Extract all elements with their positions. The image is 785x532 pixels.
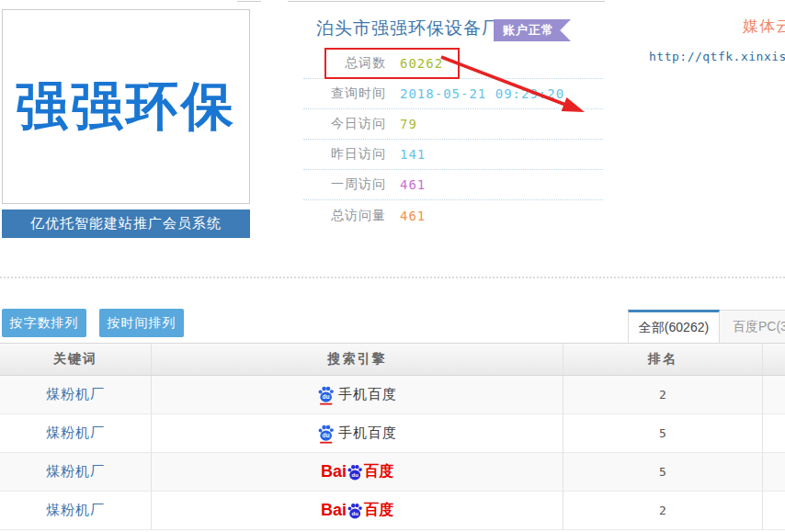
extra-cell <box>763 453 785 491</box>
company-logo: 强强环保 <box>2 9 250 204</box>
svg-text:du: du <box>323 393 330 400</box>
rank-cell: 2 <box>563 376 763 413</box>
extra-cell <box>763 414 785 452</box>
keyword-cell: 煤粉机厂 <box>0 376 152 413</box>
stat-label: 一周访问 <box>303 176 386 193</box>
stat-value: 461 <box>400 209 426 223</box>
baidu-pc-icon: du <box>347 502 363 520</box>
keyword-cell: 煤粉机厂 <box>0 453 152 491</box>
engine-cell: Bai du 百度 <box>152 492 563 529</box>
header-keyword: 关键词 <box>0 344 152 375</box>
table-row[interactable]: 煤粉机厂 Bai du 百度 5 <box>0 453 785 492</box>
media-section-label[interactable]: 媒体云 <box>743 16 785 37</box>
stat-value: 141 <box>400 147 426 162</box>
engine-cell: du 手机百度 <box>152 414 563 452</box>
site-url-link[interactable]: http://qtfk.xinxisea. <box>649 50 785 63</box>
keyword-cell: 煤粉机厂 <box>0 414 152 452</box>
baidu-mobile-icon: du <box>317 424 335 444</box>
extra-cell <box>763 492 785 529</box>
section-divider <box>0 277 785 278</box>
company-logo-text: 强强环保 <box>16 72 236 142</box>
keyword-rank-table: 关键词 搜索引擎 排名 煤粉机厂 du 手机百度 2 <box>0 343 785 530</box>
page: 强强环保 亿优托智能建站推广会员系统 泊头市强强环保设备厂 账户正常 媒体云 h… <box>0 0 785 532</box>
keyword-cell: 煤粉机厂 <box>0 492 152 529</box>
table-row[interactable]: 煤粉机厂 du 手机百度 2 <box>0 376 785 414</box>
baidu-logo-baidu: 百度 <box>364 462 393 481</box>
member-system-banner[interactable]: 亿优托智能建站推广会员系统 <box>2 209 250 238</box>
table-row[interactable]: 煤粉机厂 du 手机百度 5 <box>0 414 785 453</box>
sort-by-time-button[interactable]: 按时间排列 <box>99 309 184 337</box>
svg-text:du: du <box>351 511 358 516</box>
svg-text:du: du <box>323 432 330 438</box>
baidu-logo-bai: Bai <box>321 462 347 481</box>
stat-label: 总访问量 <box>303 208 386 224</box>
cutoff-top-line <box>288 1 605 2</box>
sort-by-words-button[interactable]: 按字数排列 <box>2 309 86 337</box>
account-status-badge: 账户正常 <box>494 19 571 41</box>
baidu-logo-baidu: 百度 <box>364 501 393 520</box>
engine-cell: Bai du 百度 <box>152 453 563 491</box>
stat-label: 今日访问 <box>303 116 386 132</box>
stat-row-yesterday-visits: 昨日访问 141 <box>303 140 603 170</box>
page-title: 泊头市强强环保设备厂 <box>316 17 500 40</box>
header-search-engine: 搜索引擎 <box>152 344 563 375</box>
table-row[interactable]: 煤粉机厂 Bai du 百度 2 <box>0 492 785 530</box>
extra-cell <box>763 376 785 413</box>
cutoff-top-line <box>237 1 261 2</box>
header-extra <box>763 344 785 375</box>
stat-label: 昨日访问 <box>303 146 386 163</box>
tab-all[interactable]: 全部(60262) <box>628 310 720 344</box>
rank-cell: 5 <box>563 453 763 491</box>
annotation-arrow <box>414 48 597 121</box>
stat-value: 461 <box>400 177 426 192</box>
engine-label: 手机百度 <box>338 424 397 442</box>
stat-row-total-visits: 总访问量 461 <box>303 200 603 231</box>
baidu-pc-icon: du <box>347 463 363 481</box>
rank-cell: 5 <box>563 414 763 452</box>
baidu-mobile-icon: du <box>317 385 335 405</box>
engine-cell: du 手机百度 <box>152 376 563 413</box>
header-rank: 排名 <box>563 344 763 375</box>
engine-label: 手机百度 <box>338 386 397 403</box>
svg-text:du: du <box>351 472 358 478</box>
table-header-row: 关键词 搜索引擎 排名 <box>0 343 785 376</box>
baidu-logo-bai: Bai <box>321 501 347 520</box>
stat-label: 查询时间 <box>303 85 386 102</box>
rank-cell: 2 <box>563 492 763 529</box>
stat-row-week-visits: 一周访问 461 <box>303 170 603 200</box>
tab-baidu-pc[interactable]: 百度PC(30 <box>720 310 785 344</box>
